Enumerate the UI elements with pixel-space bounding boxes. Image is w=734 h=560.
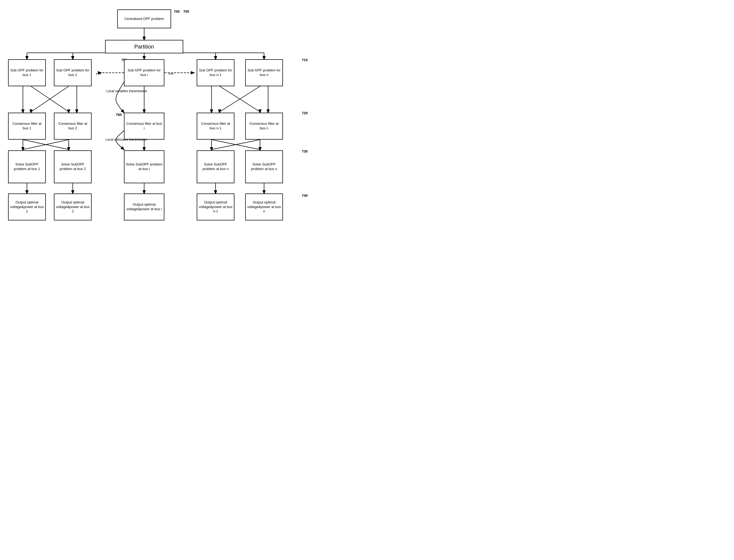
box-cfn1: Consensus filter at bus n-1 [197,113,234,140]
annotation-local-estimates: Local estimates transmission [106,137,147,142]
ellipsis-right: ··· [168,70,174,78]
box-sub2: Sub OPF problem for bus 2 [54,59,92,86]
label-740: 740 [302,193,308,198]
box-cfn: Consensus filter at bus n [245,113,283,140]
label-700: 700 [183,9,189,13]
box-outn: Output optimal voltage&power at bus n [245,193,283,220]
box-solve1: Solve SubOPF problem at bus 1 [8,150,46,183]
label-720: 720 [302,111,308,115]
svg-line-29 [23,140,69,150]
box-solven1: Solve SubOPF problem at bus n [197,150,234,183]
label-700: 700 [174,9,180,13]
svg-line-13 [31,86,69,112]
svg-line-22 [220,86,260,112]
label-730: 730 [302,149,308,153]
box-subn: Sub OPF problem for bus n [245,59,283,86]
box-cfi: Consensus filter at bus i [124,113,164,140]
annotation-local-variables: Local variables transmission [106,89,147,94]
svg-line-36 [212,140,260,150]
diagram: 700 Centralized OPF problem 700 705 Part… [0,0,367,280]
svg-line-30 [23,140,69,150]
box-subi: Sub OPF problem for bus i [124,59,164,86]
label-710: 710 [302,58,308,62]
box-solve2: Solve SubOPF problem at bus 2 [54,150,92,183]
box-outi: Output optimal voltage&power at bus i [124,193,164,220]
box-sub1: Sub OPF problem for bus 1 [8,59,46,86]
box-out2: Output optimal voltage&power at bus 2 [54,193,92,220]
box-out1: Output optimal voltage&power at bus 1 [8,193,46,220]
box-partition: Partition [105,40,183,53]
arrows-svg [0,0,367,280]
ellipsis-left: ··· [96,70,101,78]
svg-line-37 [212,140,260,150]
svg-line-21 [220,86,260,112]
box-cf2: Consensus filter at bus 2 [54,113,92,140]
box-centralized: Centralized OPF problem [117,9,171,28]
box-subn1: Sub OPF problem for bus n-1 [197,59,234,86]
box-solven: Solve SubOPF problem at bus n [245,150,283,183]
box-cf1: Consensus filter at bus 1 [8,113,46,140]
box-outn1: Output optimal voltage&power at bus n-1 [197,193,234,220]
svg-line-12 [31,86,69,112]
box-solvei: Solve SubOPF problem at bus i [124,150,164,183]
label-760: 760 [116,113,122,117]
